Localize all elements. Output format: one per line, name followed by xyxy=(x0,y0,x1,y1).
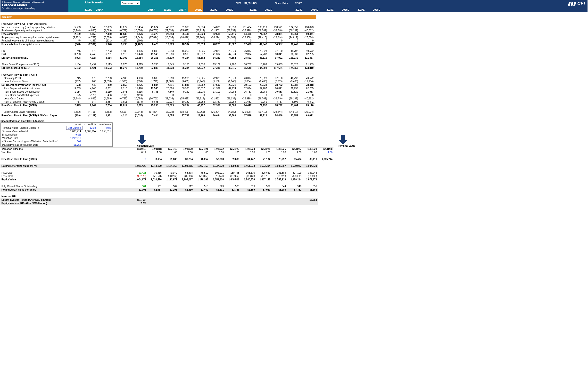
year-2026: 2026E xyxy=(335,0,350,12)
dcf-box: ModelExit MultipleGrowth Rate Terminal V… xyxy=(0,122,112,147)
fcf-table: Free Cash Flow (FCF) From OperationsNet … xyxy=(0,19,314,117)
year-2024: 2024E xyxy=(304,0,319,12)
model-subtitle: (in millions, except per share data) xyxy=(2,7,67,10)
terminal-value-option[interactable]: Exit Multiple xyxy=(66,126,83,129)
model-title: Forecast Model xyxy=(2,3,67,7)
cfi-logo: ▮▮▮ CFI xyxy=(565,0,588,12)
timeline-table: Valuation Timeline11/09/1812/31/1812/31/… xyxy=(0,147,334,205)
arrow-down-icon xyxy=(338,135,348,145)
year-2020: 2020E xyxy=(219,0,234,12)
year-2022: 2022E xyxy=(258,0,274,12)
scenario-block: Live Scenario 2013A2014A xyxy=(69,0,119,12)
arrow-down-icon xyxy=(137,135,147,145)
year-2027: 2027E xyxy=(350,0,366,12)
scenario-label: Live Scenario xyxy=(85,1,103,4)
year-2019: 2019E xyxy=(203,0,219,12)
year-2025: 2025E xyxy=(319,0,335,12)
year-2017: 2017A xyxy=(172,0,188,12)
year-2018: 2018E xyxy=(188,0,203,12)
dcf-heading: Discounted Cash Flow (DCF) Analysis xyxy=(0,120,112,122)
year-2016: 2016A xyxy=(157,0,172,12)
year-2028: 2028E xyxy=(366,0,381,12)
copyright-text: © Corporate Finance Institute. All right… xyxy=(2,1,67,3)
year-2015: 2015A xyxy=(141,0,157,12)
valuation-banner: Valuation xyxy=(0,15,316,19)
scenario-dropdown-cell: Consensus xyxy=(119,0,141,12)
app-header: © Corporate Finance Institute. All right… xyxy=(0,0,588,12)
valuation-date-label: Valuation Date xyxy=(137,145,154,147)
year-2023: Share Price:$2,005 2023E xyxy=(274,0,304,12)
scenario-dropdown[interactable]: Consensus xyxy=(121,1,140,5)
header-left: © Corporate Finance Institute. All right… xyxy=(0,0,69,12)
terminal-value-label: Terminal Value xyxy=(338,145,355,147)
year-2021: NPV:$1,031,429 2021E xyxy=(234,0,258,12)
